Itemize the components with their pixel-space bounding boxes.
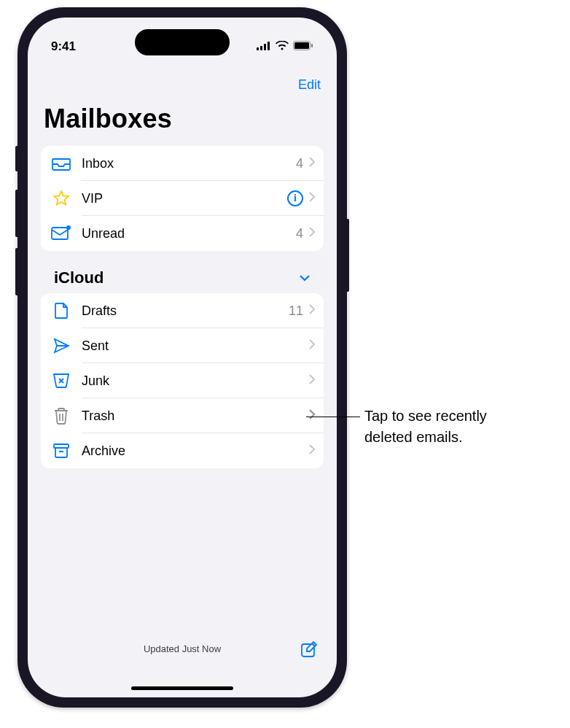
status-time: 9:41 [51,39,76,54]
junk-icon [51,371,71,391]
update-status: Updated Just Now [144,643,221,654]
mailbox-row-vip[interactable]: VIP i [41,181,324,216]
phone-screen: 9:41 Edit Mailboxes [28,18,337,697]
star-icon [51,188,71,209]
page-title: Mailboxes [44,104,172,134]
content: Inbox 4 VIP i [41,146,324,630]
edit-button[interactable]: Edit [298,77,321,93]
phone-frame: 9:41 Edit Mailboxes [17,7,347,708]
row-count: 4 [296,226,303,241]
mailbox-row-unread[interactable]: Unread 4 [41,216,324,251]
account-header[interactable]: iCloud [41,264,324,293]
chevron-right-icon [309,304,315,317]
row-label: Archive [82,444,309,459]
row-label: Sent [82,338,309,354]
callout-line-1: Tap to see recently [364,406,487,427]
mailbox-row-junk[interactable]: Junk [41,363,324,398]
svg-rect-9 [54,444,69,448]
mailbox-row-sent[interactable]: Sent [41,328,324,363]
status-indicators [257,40,313,53]
archive-icon [51,441,71,461]
mailbox-row-trash[interactable]: Trash [41,398,324,433]
dynamic-island [135,29,230,55]
chevron-right-icon [309,339,315,352]
battery-icon [293,40,313,53]
volume-down [15,248,19,295]
svg-rect-2 [264,44,266,50]
info-icon[interactable]: i [287,190,303,206]
side-button [345,219,349,292]
row-label: Unread [82,226,296,241]
svg-rect-10 [302,644,314,657]
unread-icon [51,223,71,244]
trash-icon [51,406,71,426]
row-label: Trash [82,408,309,424]
smart-mailboxes-group: Inbox 4 VIP i [41,146,324,251]
compose-button[interactable] [299,639,321,661]
nav-bar: Edit [28,69,337,101]
chevron-right-icon [309,374,315,387]
drafts-icon [51,301,71,321]
row-label: Junk [82,373,309,389]
svg-rect-3 [268,42,270,50]
icloud-mailboxes-group: Drafts 11 Sent [41,293,324,468]
chevron-right-icon [309,157,315,170]
inbox-icon [51,153,71,174]
callout-leader-line [306,417,360,417]
chevron-right-icon [309,192,315,205]
silent-switch [15,146,19,171]
row-label: Drafts [82,303,289,319]
svg-rect-6 [311,44,313,47]
callout-line-2: deleted emails. [364,427,487,448]
volume-up [15,190,19,237]
svg-rect-0 [257,47,259,50]
chevron-right-icon [309,227,315,240]
row-count: 4 [296,156,303,171]
account-header-label: iCloud [54,268,104,287]
row-count: 11 [289,303,303,319]
home-indicator [131,686,233,690]
mailbox-row-drafts[interactable]: Drafts 11 [41,293,324,328]
chevron-right-icon [309,409,315,422]
row-label: VIP [82,191,287,206]
mailbox-row-archive[interactable]: Archive [41,433,324,468]
chevron-right-icon [309,444,315,457]
mailbox-row-inbox[interactable]: Inbox 4 [41,146,324,181]
svg-rect-7 [52,228,68,239]
callout-text: Tap to see recently deleted emails. [364,406,487,448]
chevron-down-icon [299,271,311,284]
cellular-icon [257,40,271,53]
wifi-icon [276,40,289,53]
svg-rect-1 [260,46,262,50]
row-label: Inbox [82,156,296,171]
svg-rect-5 [294,42,309,49]
sent-icon [51,336,71,356]
svg-point-8 [66,225,71,230]
